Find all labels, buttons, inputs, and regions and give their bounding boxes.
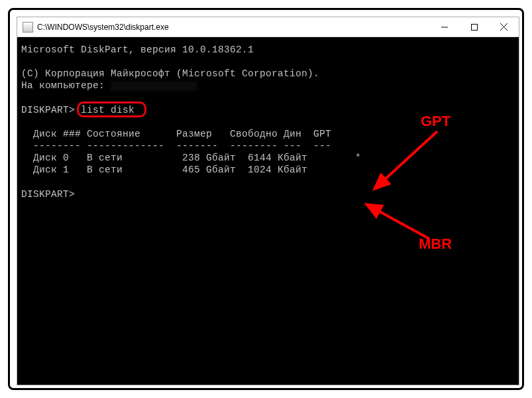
window-title: C:\WINDOWS\system32\diskpart.exe	[37, 23, 429, 32]
window-controls	[429, 17, 519, 36]
annotation-mbr-label: MBR	[419, 235, 452, 253]
computer-name-redacted	[111, 82, 197, 91]
console-window: C:\WINDOWS\system32\diskpart.exe Microso…	[17, 17, 519, 385]
computer-prefix: На компьютере:	[21, 80, 111, 91]
maximize-button[interactable]	[459, 17, 489, 36]
annotation-gpt-label: GPT	[421, 113, 451, 130]
close-icon	[500, 23, 507, 31]
app-icon	[23, 22, 33, 33]
maximize-icon	[471, 24, 478, 31]
command-typed: list disk	[81, 105, 134, 115]
titlebar[interactable]: C:\WINDOWS\system32\diskpart.exe	[17, 17, 519, 37]
table-row: Диск 0 В сети 238 Gбайт 6144 Кбайт *	[21, 153, 361, 163]
close-button[interactable]	[489, 17, 519, 36]
table-row: Диск 1 В сети 465 Gбайт 1024 Кбайт	[21, 165, 307, 175]
outer-frame: C:\WINDOWS\system32\diskpart.exe Microso…	[8, 8, 524, 390]
minimize-icon	[441, 24, 448, 31]
table-header: Диск ### Состояние Размер Свободно Дин G…	[21, 129, 331, 139]
minimize-button[interactable]	[429, 17, 459, 36]
svg-rect-1	[471, 24, 477, 30]
version-line: Microsoft DiskPart, версия 10.0.18362.1	[21, 44, 254, 55]
table-divider: -------- ------------- ------- -------- …	[21, 141, 331, 151]
prompt-2: DISKPART>	[21, 189, 75, 200]
prompt-1: DISKPART>	[21, 105, 81, 115]
terminal-output[interactable]: Microsoft DiskPart, версия 10.0.18362.1 …	[17, 37, 519, 385]
copyright-line: (C) Корпорация Майкрософт (Microsoft Cor…	[21, 68, 319, 79]
